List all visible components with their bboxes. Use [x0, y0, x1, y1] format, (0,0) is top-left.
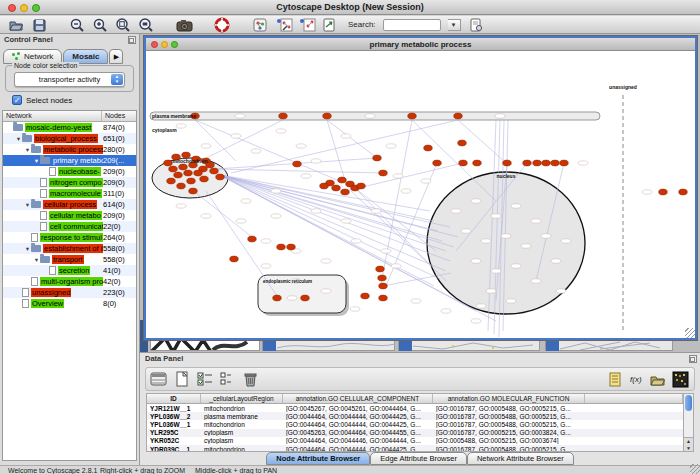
node-unhighlighted[interactable]	[471, 199, 481, 203]
node-unhighlighted[interactable]	[551, 259, 561, 263]
table-row-YPL036W__2[interactable]: YPL036W__2plasma membrane[GO:0044464, GO…	[147, 412, 683, 420]
network-canvas[interactable]: plasma membranecytoplasmmitochondrionnuc…	[146, 51, 695, 338]
select-nodes-checkbox[interactable]: ✓	[12, 95, 22, 105]
node-highlighted[interactable]	[341, 189, 350, 195]
zoom-out-icon[interactable]	[69, 17, 85, 33]
node-highlighted[interactable]	[177, 183, 186, 189]
node-highlighted[interactable]	[279, 113, 288, 119]
node-unhighlighted[interactable]	[486, 289, 496, 293]
node-unhighlighted[interactable]	[451, 209, 461, 213]
node-unhighlighted[interactable]	[201, 144, 211, 148]
node-unhighlighted[interactable]	[421, 179, 431, 183]
node-unhighlighted[interactable]	[176, 124, 186, 128]
node-color-dropdown[interactable]: transporter activity ▲▼	[14, 72, 125, 87]
node-highlighted[interactable]	[433, 160, 442, 166]
float-panel-icon[interactable]	[689, 355, 697, 363]
node-unhighlighted[interactable]	[351, 239, 361, 243]
zoom-selected-icon[interactable]	[115, 17, 131, 33]
tree-row-establishment-of-lo[interactable]: ▼establishment of lo558(0)	[3, 243, 136, 254]
node-unhighlighted[interactable]	[511, 264, 521, 268]
node-unhighlighted[interactable]	[461, 229, 471, 233]
new-attribute-icon[interactable]	[173, 371, 191, 388]
node-unhighlighted[interactable]	[541, 234, 551, 238]
node-highlighted[interactable]	[164, 160, 173, 166]
table-row-YPL036W__1[interactable]: YPL036W__1mitochondrion[GO:0044464, GO:0…	[147, 420, 683, 428]
node-highlighted[interactable]	[200, 176, 209, 182]
node-unhighlighted[interactable]	[231, 134, 241, 138]
node-unhighlighted[interactable]	[501, 234, 511, 238]
tree-row-nitrogen-compo[interactable]: nitrogen compo209(0)	[3, 177, 136, 188]
node-highlighted[interactable]	[273, 295, 282, 301]
node-highlighted[interactable]	[373, 155, 382, 161]
minimize-window-button[interactable]	[20, 4, 28, 12]
search-input[interactable]	[383, 19, 441, 31]
tree-row-overview[interactable]: Overview8(0)	[3, 298, 136, 309]
node-unhighlighted[interactable]	[481, 239, 491, 243]
import-attributes-icon[interactable]	[649, 371, 667, 388]
scrollbar-arrows[interactable]: ▲▼	[684, 437, 693, 451]
help-lifering-icon[interactable]	[214, 17, 230, 33]
node-highlighted[interactable]	[184, 170, 193, 176]
tree-row-secretion[interactable]: secretion41(0)	[3, 265, 136, 276]
node-unhighlighted[interactable]	[201, 214, 211, 218]
node-highlighted[interactable]	[408, 113, 417, 119]
node-highlighted[interactable]	[174, 172, 183, 178]
node-unhighlighted[interactable]	[311, 209, 321, 213]
node-unhighlighted[interactable]	[441, 309, 451, 313]
search-dropdown-button[interactable]: ▼	[448, 19, 461, 31]
node-highlighted[interactable]	[301, 295, 310, 301]
node-unhighlighted[interactable]	[350, 307, 360, 311]
tree-col-nodes[interactable]: Nodes	[102, 111, 136, 121]
table-row-YKR052C[interactable]: YKR052Ccytoplasm[GO:0044464, GO:0044446,…	[147, 437, 683, 445]
node-unhighlighted[interactable]	[391, 264, 401, 268]
node-highlighted[interactable]	[357, 183, 366, 189]
node-unhighlighted[interactable]	[386, 144, 396, 148]
node-highlighted[interactable]	[379, 283, 388, 289]
node-unhighlighted[interactable]	[511, 204, 521, 208]
node-highlighted[interactable]	[376, 266, 385, 272]
node-highlighted[interactable]	[277, 244, 286, 250]
node-unhighlighted[interactable]	[236, 219, 246, 223]
node-unhighlighted[interactable]	[531, 219, 541, 223]
attribute-table-icon[interactable]	[150, 371, 168, 388]
node-highlighted[interactable]	[189, 188, 198, 194]
tree-row-cellular-metabo[interactable]: cellular metabo209(0)	[3, 210, 136, 221]
node-highlighted[interactable]	[659, 189, 668, 195]
node-unhighlighted[interactable]	[365, 114, 375, 118]
node-highlighted[interactable]	[473, 160, 482, 166]
column-header-1[interactable]: _cellularLayoutRegion	[201, 394, 283, 403]
node-unhighlighted[interactable]	[296, 144, 306, 148]
node-unhighlighted[interactable]	[521, 244, 531, 248]
node-highlighted[interactable]	[560, 160, 569, 166]
node-highlighted[interactable]	[533, 160, 542, 166]
column-header-0[interactable]: ID	[147, 394, 201, 403]
node-unhighlighted[interactable]	[471, 319, 481, 323]
node-highlighted[interactable]	[378, 275, 387, 281]
node-highlighted[interactable]	[458, 140, 467, 146]
tree-row-multi-organism-pro[interactable]: multi-organism pro42(0)	[3, 276, 136, 287]
node-unhighlighted[interactable]	[495, 114, 505, 118]
delete-attribute-trash-icon[interactable]	[242, 371, 260, 388]
layout-icon-2[interactable]	[298, 17, 314, 33]
node-unhighlighted[interactable]	[556, 289, 566, 293]
node-unhighlighted[interactable]	[176, 204, 186, 208]
node-highlighted[interactable]	[459, 160, 468, 166]
tab-edge-attribute-browser[interactable]: Edge Attribute Browser	[370, 452, 467, 465]
node-unhighlighted[interactable]	[261, 264, 271, 268]
node-unhighlighted[interactable]	[287, 296, 297, 300]
column-header-2[interactable]: annotation.GO CELLULAR_COMPONENT	[283, 394, 433, 403]
tree-row-macromolecule[interactable]: macromolecule311(0)	[3, 188, 136, 199]
node-highlighted[interactable]	[248, 236, 257, 242]
node-highlighted[interactable]	[323, 113, 332, 119]
node-unhighlighted[interactable]	[411, 299, 421, 303]
node-unhighlighted[interactable]	[371, 209, 381, 213]
snapshot-camera-icon[interactable]	[176, 17, 192, 33]
node-unhighlighted[interactable]	[642, 190, 652, 194]
node-unhighlighted[interactable]	[311, 159, 321, 163]
node-highlighted[interactable]	[194, 170, 203, 176]
node-highlighted[interactable]	[454, 113, 463, 119]
node-highlighted[interactable]	[230, 256, 239, 262]
unselect-attributes-icon[interactable]	[219, 371, 237, 388]
tree-row-metabolic-process[interactable]: ▼metabolic process280(0)	[3, 144, 136, 155]
close-window-button[interactable]	[8, 4, 16, 12]
